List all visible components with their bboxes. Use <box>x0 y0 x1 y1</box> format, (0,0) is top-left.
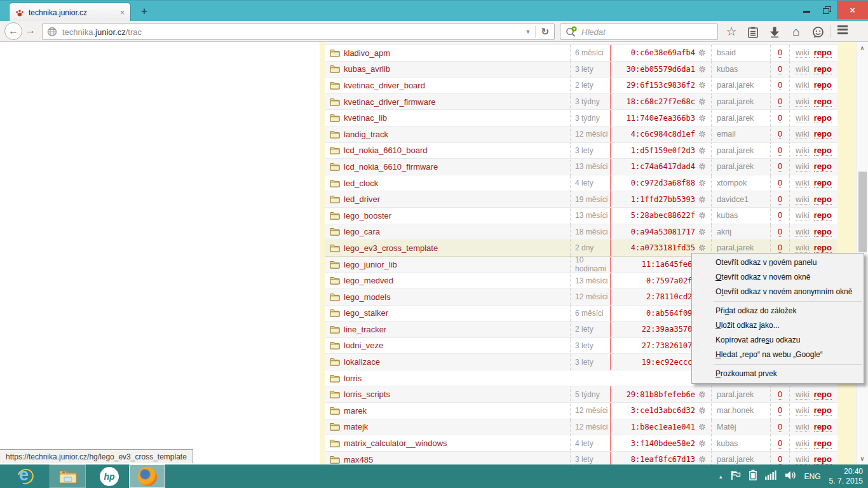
tickets-link[interactable]: 0 <box>778 161 782 172</box>
repo-link[interactable]: lorris_scripts <box>344 390 390 399</box>
wiki-link[interactable]: wiki <box>796 405 810 416</box>
changeset-link[interactable]: 30:eb05579d6da1 <box>627 65 695 74</box>
tickets-link[interactable]: 0 <box>778 210 782 220</box>
language-indicator[interactable]: ENG <box>804 472 821 481</box>
scrollbar-down-icon[interactable]: ∨ <box>857 455 868 462</box>
wiki-link[interactable]: wiki <box>796 48 810 58</box>
downloads-icon[interactable] <box>764 24 785 40</box>
gear-icon[interactable] <box>698 179 706 187</box>
forward-button[interactable]: → <box>25 25 36 36</box>
menu-item-search-google-for-selection[interactable]: Hledat „repo“ na webu „Google“ <box>692 348 864 362</box>
gear-icon[interactable] <box>698 423 706 431</box>
site-identity-globe-icon[interactable] <box>47 27 57 37</box>
gear-icon[interactable] <box>698 81 706 89</box>
show-hidden-icons-icon[interactable]: ▴ <box>719 473 722 480</box>
changeset-link[interactable]: 1:b8ec1ea1e041 <box>631 423 695 431</box>
restore-button[interactable] <box>817 1 837 19</box>
tickets-link[interactable]: 0 <box>778 243 782 253</box>
tickets-link[interactable]: 0 <box>778 113 782 123</box>
wiki-link[interactable]: wiki <box>796 194 810 205</box>
gear-icon[interactable] <box>698 98 706 105</box>
repo-link[interactable]: led_driver <box>344 194 380 204</box>
url-text[interactable]: technika.junior.cz/trac <box>62 27 142 37</box>
changeset-link[interactable]: 8:1eaf8fc67d13 <box>631 455 695 464</box>
repo-link[interactable]: lego_medved <box>344 276 393 285</box>
repo-browser-link[interactable]: repo <box>814 48 832 58</box>
wiki-link[interactable]: wiki <box>796 438 810 449</box>
changeset-link[interactable]: 5:28abec88622f <box>631 211 695 220</box>
wiki-link[interactable]: wiki <box>796 422 810 432</box>
repo-browser-link[interactable]: repo <box>814 243 832 253</box>
tickets-link[interactable]: 0 <box>778 227 782 237</box>
bookmark-star-icon[interactable]: ☆ <box>721 24 742 40</box>
wiki-link[interactable]: wiki <box>796 113 810 123</box>
search-bar[interactable] <box>560 24 718 40</box>
menu-item-copy-link-address[interactable]: Kopírovat adresu odkazu <box>692 333 864 348</box>
repo-link[interactable]: kladivo_apm <box>344 48 390 58</box>
network-signal-icon[interactable] <box>765 470 776 482</box>
gear-icon[interactable] <box>698 440 706 447</box>
repo-browser-link[interactable]: repo <box>814 161 832 172</box>
tickets-link[interactable]: 0 <box>778 146 782 156</box>
new-tab-button[interactable]: + <box>135 4 154 18</box>
repo-browser-link[interactable]: repo <box>814 146 832 156</box>
changeset-link[interactable]: 3:ce1d3abc6d32 <box>631 406 695 415</box>
gear-icon[interactable] <box>698 456 706 463</box>
volume-icon[interactable] <box>785 470 796 483</box>
repo-link[interactable]: lego_booster <box>344 211 391 220</box>
repo-browser-link[interactable]: repo <box>814 97 832 107</box>
tickets-link[interactable]: 0 <box>778 129 782 139</box>
changeset-link[interactable]: 1:1ffd27bb5393 <box>631 195 695 204</box>
menu-item-open-link-new-tab[interactable]: Otevřít odkaz v novém panelu <box>692 255 864 270</box>
changeset-link[interactable]: 0:c6e38e69afb4 <box>631 48 695 57</box>
back-button[interactable]: ← <box>4 22 22 40</box>
gear-icon[interactable] <box>698 163 706 170</box>
tickets-link[interactable]: 0 <box>778 405 782 416</box>
gear-icon[interactable] <box>698 147 706 154</box>
repo-browser-link[interactable]: repo <box>814 390 832 400</box>
tickets-link[interactable]: 0 <box>778 64 782 74</box>
wiki-link[interactable]: wiki <box>796 390 810 400</box>
repo-link[interactable]: led_clock <box>344 179 378 188</box>
repo-browser-link[interactable]: repo <box>814 129 832 139</box>
wiki-link[interactable]: wiki <box>796 129 810 139</box>
minimize-button[interactable] <box>796 1 817 19</box>
search-input[interactable] <box>581 27 696 37</box>
repo-link[interactable]: kvetinac_driver_firmware <box>344 97 436 107</box>
tickets-link[interactable]: 0 <box>778 422 782 432</box>
taskbar-firefox-button[interactable] <box>129 464 165 488</box>
browser-tab[interactable]: technika.junior.cz × <box>9 3 131 22</box>
battery-icon[interactable] <box>749 470 757 483</box>
reload-icon[interactable]: ↻ <box>536 26 554 37</box>
wiki-link[interactable]: wiki <box>796 97 810 107</box>
changeset-link[interactable]: 3:f140bdee58e2 <box>631 439 695 448</box>
repo-browser-link[interactable]: repo <box>814 80 832 90</box>
menu-item-open-link-new-private-window[interactable]: Otevřít odkaz v novém anonymním okně <box>692 285 864 299</box>
wiki-link[interactable]: wiki <box>796 64 810 74</box>
repo-browser-link[interactable]: repo <box>814 113 832 123</box>
wiki-link[interactable]: wiki <box>796 454 810 464</box>
changeset-link[interactable]: 1:c74a6417dad4 <box>631 162 695 171</box>
changeset-link[interactable]: 1:d5f159e0f2d3 <box>631 146 695 155</box>
repo-link[interactable]: kvetinac_lib <box>344 113 387 123</box>
repo-browser-link[interactable]: repo <box>814 194 832 205</box>
tab-close-icon[interactable]: × <box>120 9 125 17</box>
tickets-link[interactable]: 0 <box>778 97 782 107</box>
wiki-link[interactable]: wiki <box>796 146 810 156</box>
repo-link[interactable]: kvetinac_driver_board <box>344 81 425 90</box>
action-center-flag-icon[interactable] <box>731 470 741 483</box>
tickets-link[interactable]: 0 <box>778 390 782 400</box>
changeset-link[interactable]: 18:c68c27f7e68c <box>627 97 695 106</box>
repo-link[interactable]: lego_stalker <box>344 308 388 318</box>
gear-icon[interactable] <box>698 391 706 398</box>
hello-icon[interactable] <box>807 24 829 40</box>
menu-hamburger-icon[interactable] <box>832 24 853 40</box>
wiki-link[interactable]: wiki <box>796 161 810 172</box>
menu-item-save-link-as[interactable]: Uložit odkaz jako... <box>692 318 864 333</box>
repo-browser-link[interactable]: repo <box>814 405 832 416</box>
changeset-link[interactable]: 29:81b8bfefeb6e <box>627 390 695 399</box>
repo-browser-link[interactable]: repo <box>814 422 832 432</box>
url-history-dropdown-icon[interactable]: ▼ <box>521 29 536 35</box>
tickets-link[interactable]: 0 <box>778 48 782 58</box>
tickets-link[interactable]: 0 <box>778 80 782 90</box>
